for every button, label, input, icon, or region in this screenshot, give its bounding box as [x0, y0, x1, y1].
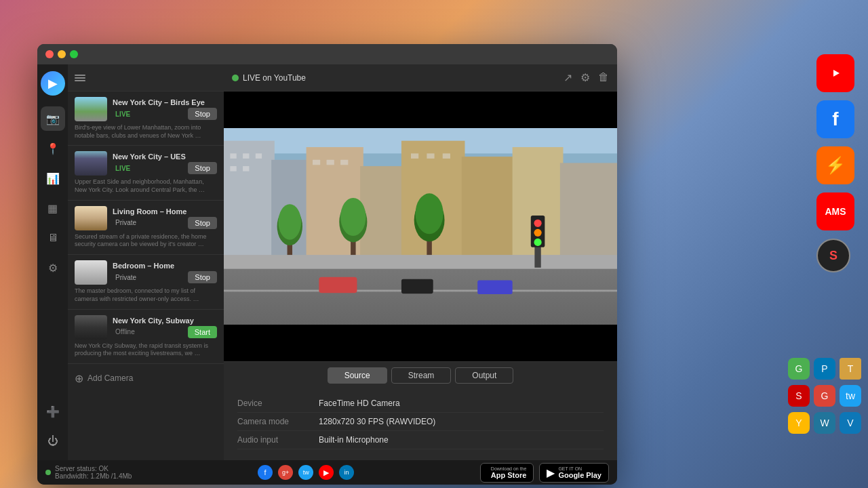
camera-icon: 📷 [46, 113, 60, 125]
twitter-social-icon[interactable]: tw [298, 465, 313, 480]
linkedin-social-icon[interactable]: in [339, 465, 354, 480]
camera-info: New York City, Subway Offline Start [113, 317, 217, 338]
status-dot [45, 470, 51, 475]
mini-icon-t[interactable]: T [840, 358, 861, 380]
camera-mode-value: 868x488 30 FPS (RAWVIDEO) [319, 417, 435, 426]
stop-button[interactable]: Stop [188, 162, 217, 174]
mini-icons-row-2: S G tw [788, 385, 861, 407]
mini-icon-g[interactable]: G [788, 358, 810, 380]
mini-icon-v[interactable]: V [840, 412, 861, 434]
app-logo[interactable]: ▶ [41, 71, 65, 96]
youtube-social-icon[interactable]: ▶ [319, 465, 334, 480]
camera-name: New York City – UES [113, 152, 217, 161]
footer: Server status: OK Bandwidth: 1.2Mb /1.4M… [37, 460, 617, 485]
camera-thumbnail [75, 97, 107, 121]
svg-rect-5 [360, 166, 404, 268]
svg-rect-33 [319, 277, 357, 293]
google-plus-social-icon[interactable]: g+ [278, 465, 293, 480]
mini-icon-p[interactable]: P [814, 358, 835, 380]
audio-input-row: Audio input Built-in Microphone [237, 431, 604, 449]
gear-icon[interactable]: ⚙ [580, 71, 590, 84]
camera-description: Secured stream of a private residence, t… [75, 233, 217, 249]
stop-button[interactable]: Stop [188, 217, 217, 229]
google-play-name: Google Play [558, 471, 601, 479]
desktop-icons: f ⚡ AMS S [816, 54, 854, 272]
sidebar-icons: ▶ 📷 📍 📊 ▦ 🖥 ⚙ ➕ ⏻ [37, 64, 68, 460]
title-bar [37, 44, 617, 64]
mini-icon-wp[interactable]: W [814, 412, 835, 434]
svg-point-26 [340, 198, 366, 236]
minimize-button[interactable] [58, 50, 66, 58]
svg-rect-19 [427, 153, 434, 158]
svg-rect-2 [224, 141, 275, 268]
camera-thumbnail [75, 151, 107, 176]
list-item[interactable]: Living Room – Home Private Stop Secured … [68, 201, 224, 255]
close-button[interactable] [45, 50, 54, 58]
sidebar-item-settings[interactable]: ⚙ [41, 256, 65, 280]
device-row: Device FaceTime HD Camera [237, 394, 604, 413]
maximize-button[interactable] [70, 50, 78, 58]
list-item[interactable]: New York City – Birds Eye LIVE Stop Bird… [68, 92, 224, 146]
sidebar-item-cameras[interactable]: 📷 [41, 106, 65, 131]
sidebar-item-monitor[interactable]: 🖥 [41, 226, 65, 250]
bottom-panel: Source Stream Output Device FaceTime HD … [224, 361, 617, 460]
app-window: ▶ 📷 📍 📊 ▦ 🖥 ⚙ ➕ ⏻ [37, 44, 617, 485]
youtube-desktop-icon[interactable] [816, 54, 854, 92]
camera-description: Bird's-eye view of Lower Manhattan, zoom… [75, 124, 217, 140]
tab-output[interactable]: Output [455, 367, 513, 384]
sidebar-item-add[interactable]: ➕ [41, 399, 65, 424]
app-store-sub: Download on the [491, 466, 527, 471]
mini-icon-y[interactable]: Y [788, 412, 810, 434]
sidebar-item-location[interactable]: 📍 [41, 136, 65, 161]
live-indicator: LIVE on YouTube [232, 73, 306, 83]
svg-rect-15 [313, 160, 320, 165]
mini-icon-tw[interactable]: tw [840, 385, 861, 407]
camera-thumbnail [75, 315, 107, 340]
mini-icon-s[interactable]: S [788, 385, 810, 407]
sidebar-item-power[interactable]: ⏻ [41, 429, 65, 453]
app-store-text: Download on the App Store [491, 466, 527, 479]
stop-button[interactable]: Stop [188, 108, 217, 120]
menu-icon[interactable] [75, 75, 85, 81]
mini-icon-g2[interactable]: G [814, 385, 835, 407]
camera-list-header [68, 64, 224, 92]
svg-rect-10 [230, 153, 236, 158]
camera-description: The master bedroom, connected to my list… [75, 287, 217, 303]
svg-rect-34 [477, 281, 512, 295]
svg-rect-11 [243, 153, 249, 158]
tab-stream[interactable]: Stream [391, 367, 452, 384]
list-item[interactable]: New York City, Subway Offline Start New … [68, 310, 224, 364]
camera-name: Bedroom – Home [113, 262, 217, 270]
location-icon: 📍 [46, 142, 60, 155]
status-badge: Offline [113, 327, 138, 336]
svg-rect-7 [462, 157, 516, 268]
sidebar-item-analytics[interactable]: 📊 [41, 166, 65, 190]
google-play-badge[interactable]: ▶ GET IT ON Google Play [539, 463, 609, 483]
svg-point-40 [534, 229, 541, 237]
tab-source[interactable]: Source [328, 367, 387, 384]
app-store-badge[interactable]: Download on the App Store [480, 463, 534, 483]
svg-rect-31 [224, 268, 617, 325]
share-icon[interactable]: ↗ [564, 71, 572, 84]
add-camera-button[interactable]: ⊕ Add Camera [68, 364, 224, 393]
list-item[interactable]: New York City – UES LIVE Stop Upper East… [68, 146, 224, 200]
camera-name: New York City – Birds Eye [113, 98, 217, 106]
ams-desktop-icon[interactable]: AMS [816, 192, 854, 230]
stop-button[interactable]: Stop [188, 271, 217, 283]
desktop-icons-bottom: G P T S G tw Y W V [788, 358, 861, 434]
s5-desktop-icon[interactable]: S [816, 239, 850, 272]
status-badge: Private [113, 273, 139, 282]
list-item[interactable]: Bedroom – Home Private Stop The master b… [68, 255, 224, 309]
youtube-logo [826, 66, 845, 80]
monitor-icon: 🖥 [47, 232, 58, 244]
audio-input-value: Built-in Microphone [319, 435, 389, 445]
svg-point-23 [278, 204, 301, 239]
facebook-social-icon[interactable]: f [258, 465, 273, 480]
bandwidth-text: Bandwidth: 1.2Mb /1.4Mb [55, 472, 132, 480]
camera-thumbnail [75, 206, 107, 230]
trash-icon[interactable]: 🗑 [598, 71, 609, 84]
lightning-desktop-icon[interactable]: ⚡ [816, 146, 854, 184]
sidebar-item-grid[interactable]: ▦ [41, 196, 65, 220]
start-button[interactable]: Start [188, 326, 217, 338]
facebook-desktop-icon[interactable]: f [816, 100, 854, 138]
